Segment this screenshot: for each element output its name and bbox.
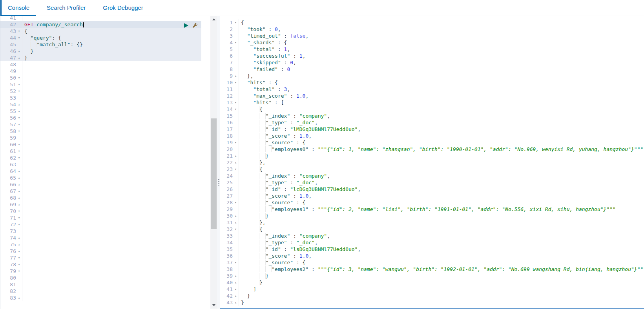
fold-toggle-icon[interactable]: ▴ [233, 73, 239, 79]
code-text: "_source" : { [239, 199, 644, 206]
fold-toggle-icon[interactable]: ▾ [16, 254, 22, 261]
fold-toggle-icon[interactable]: ▾ [233, 19, 239, 26]
code-line: 23▾ { [220, 166, 644, 173]
fold-toggle-icon[interactable]: ▾ [233, 79, 239, 86]
fold-toggle-icon[interactable]: ▾ [233, 259, 239, 266]
fold-toggle-icon[interactable]: ▴ [16, 181, 22, 188]
line-number: 45 [0, 41, 16, 48]
fold-toggle-icon[interactable]: ▴ [16, 234, 22, 241]
fold-toggle-icon[interactable]: ▴ [233, 153, 239, 159]
fold-toggle-icon[interactable]: ▾ [16, 75, 22, 81]
code-text: } [239, 299, 644, 306]
text-cursor [83, 22, 84, 27]
fold-toggle-icon[interactable]: ▴ [233, 219, 239, 226]
fold-toggle-icon[interactable]: ▾ [233, 139, 239, 146]
fold-toggle-icon[interactable]: ▾ [16, 115, 22, 121]
code-text [22, 254, 201, 261]
fold-toggle-icon[interactable]: ▴ [16, 194, 22, 201]
fold-toggle-icon[interactable]: ▾ [16, 35, 22, 41]
fold-toggle-icon[interactable]: ▾ [16, 221, 22, 228]
fold-toggle-icon[interactable]: ▾ [233, 226, 239, 233]
code-text: "_index" : "company", [239, 113, 644, 119]
code-text [22, 95, 201, 101]
fold-gutter [16, 95, 22, 101]
line-number: 72 [0, 221, 16, 228]
fold-toggle-icon[interactable]: ▾ [233, 199, 239, 206]
fold-toggle-icon[interactable]: ▾ [16, 141, 22, 148]
fold-gutter [16, 41, 22, 48]
line-number: 47 [0, 55, 16, 61]
line-number: 27 [220, 193, 233, 199]
code-line: 70▾ [0, 208, 217, 214]
fold-toggle-icon[interactable]: ▾ [16, 154, 22, 161]
fold-toggle-icon[interactable]: ▾ [16, 81, 22, 88]
scrollbar-thumb[interactable] [211, 118, 217, 229]
fold-toggle-icon[interactable]: ▾ [233, 99, 239, 106]
line-number: 71 [0, 214, 16, 221]
fold-toggle-icon[interactable]: ▾ [16, 121, 22, 128]
fold-gutter [233, 193, 239, 199]
fold-toggle-icon[interactable]: ▴ [16, 241, 22, 248]
fold-toggle-icon[interactable]: ▴ [16, 188, 22, 194]
fold-toggle-icon[interactable]: ▾ [16, 261, 22, 268]
wrench-icon[interactable] [192, 22, 198, 28]
line-number: 66 [0, 181, 16, 188]
fold-toggle-icon[interactable]: ▾ [16, 28, 22, 35]
code-line: 71▾ [0, 214, 217, 221]
request-editor-scrollbar[interactable] [210, 16, 217, 309]
code-line: 40▴ } [220, 279, 644, 286]
fold-toggle-icon[interactable]: ▾ [16, 214, 22, 221]
tab-console[interactable]: Console [2, 0, 36, 16]
fold-toggle-icon[interactable]: ▴ [16, 55, 22, 61]
code-text: "total" : 1, [239, 46, 644, 53]
scroll-down-button[interactable] [210, 302, 217, 309]
send-request-icon[interactable] [184, 23, 188, 28]
code-text [22, 281, 201, 288]
fold-toggle-icon[interactable]: ▴ [16, 108, 22, 115]
scroll-up-button[interactable] [210, 16, 217, 23]
request-editor[interactable]: 4142GET company/_search43▾{44▾ "query": … [0, 16, 217, 301]
fold-gutter [233, 126, 239, 133]
fold-toggle-icon[interactable]: ▴ [233, 213, 239, 219]
fold-toggle-icon[interactable]: ▴ [16, 168, 22, 174]
line-number: 56 [0, 115, 16, 121]
fold-toggle-icon[interactable]: ▴ [16, 248, 22, 254]
response-viewer[interactable]: 1▾{2 "took" : 0,3 "timed_out" : false,4▾… [220, 19, 644, 306]
fold-toggle-icon[interactable]: ▴ [16, 101, 22, 108]
code-text: "hits" : [ [239, 99, 644, 106]
fold-toggle-icon[interactable]: ▴ [233, 159, 239, 166]
code-text [22, 188, 201, 194]
fold-toggle-icon[interactable]: ▾ [16, 148, 22, 154]
code-line: 45 "match_all": {} [0, 41, 217, 48]
line-number: 36 [220, 253, 233, 259]
code-text: "_index" : "company", [239, 173, 644, 179]
tab-search-profiler[interactable]: Search Profiler [40, 0, 92, 16]
fold-toggle-icon[interactable]: ▴ [233, 299, 239, 306]
fold-toggle-icon[interactable]: ▴ [233, 279, 239, 286]
code-text: "_source" : { [239, 259, 644, 266]
console-workspace: 4142GET company/_search43▾{44▾ "query": … [0, 16, 644, 309]
fold-gutter [233, 233, 239, 239]
fold-toggle-icon[interactable]: ▾ [233, 166, 239, 173]
fold-toggle-icon[interactable]: ▴ [16, 201, 22, 208]
fold-gutter [16, 16, 22, 21]
line-number: 4 [220, 39, 233, 46]
panel-splitter[interactable] [217, 16, 220, 309]
line-number: 44 [0, 35, 16, 41]
fold-toggle-icon[interactable]: ▾ [16, 208, 22, 214]
line-number: 10 [220, 79, 233, 86]
fold-toggle-icon[interactable]: ▴ [16, 174, 22, 181]
fold-toggle-icon[interactable]: ▴ [16, 294, 22, 301]
line-number: 42 [0, 21, 16, 28]
fold-toggle-icon[interactable]: ▴ [233, 286, 239, 293]
fold-toggle-icon[interactable]: ▾ [16, 128, 22, 135]
fold-toggle-icon[interactable]: ▴ [233, 293, 239, 299]
fold-toggle-icon[interactable]: ▾ [16, 268, 22, 274]
fold-toggle-icon[interactable]: ▾ [233, 106, 239, 113]
fold-toggle-icon[interactable]: ▾ [16, 88, 22, 95]
fold-toggle-icon[interactable]: ▾ [233, 39, 239, 46]
fold-toggle-icon[interactable]: ▴ [16, 48, 22, 55]
tab-grok-debugger[interactable]: Grok Debugger [97, 0, 150, 16]
code-text: "_shards" : { [239, 39, 644, 46]
fold-toggle-icon[interactable]: ▴ [233, 273, 239, 279]
